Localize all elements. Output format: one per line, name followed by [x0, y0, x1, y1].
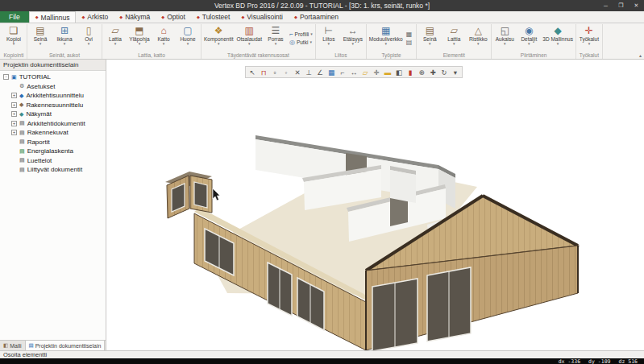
axis-tool-icon[interactable]: ✛ [371, 67, 382, 77]
ribbon-group-liitos: ⊢ Liitos ▾ ↔ Etäisyys ▾ Liitos [316, 24, 367, 59]
tree-item[interactable]: ▤ Energialaskenta [0, 147, 106, 156]
tree-item[interactable]: + ◆ Arkkitehtisuunnittelu [0, 91, 106, 101]
ribbon-button[interactable]: ▤ Seinä ▾ [418, 24, 442, 52]
tree-expander[interactable]: - [3, 74, 9, 80]
tree-item[interactable]: ▤ Liittyvät dokumentit [0, 165, 106, 175]
ribbon-button[interactable]: ◱ Aukaisu ▾ [492, 24, 517, 52]
ribbon-tab[interactable]: ◆ Portaaminen [289, 11, 344, 23]
sidebar-tab[interactable]: ▤ Projektin dokumenttiselain [26, 341, 106, 350]
ribbon-button[interactable]: △ Ristikko ▾ [466, 24, 490, 52]
midpoint-snap-icon[interactable]: ◦ [280, 67, 292, 77]
ribbon-button[interactable]: ▦ Moduuliverkko ▾ [368, 24, 405, 52]
ribbon-button[interactable]: ▤ Seinä ▾ [28, 24, 52, 52]
tree-item[interactable]: ▤ Raportit [0, 138, 106, 147]
ribbon-tab[interactable]: ◆ Mallinnus [29, 11, 77, 23]
ribbon-button[interactable]: ▥ Otsalaudat ▾ [235, 24, 264, 52]
intersection-snap-icon[interactable]: ✕ [292, 67, 303, 77]
chevron-down-icon: ▾ [588, 42, 591, 46]
angle-snap-icon[interactable]: ∠ [314, 67, 326, 77]
ortho-toggle-icon[interactable]: ⌐ [337, 67, 348, 77]
tree-item-label: Raportit [27, 139, 50, 146]
tree-item-label: TUTORIAL [19, 73, 51, 81]
chevron-down-icon: ▾ [477, 42, 480, 46]
endpoint-snap-icon[interactable]: ▫ [269, 67, 280, 77]
chevron-down-icon: ▾ [328, 42, 330, 46]
model-canvas[interactable]: ↖⊓▫◦✕⊥∠▦⌐↔▱✛▬◧▮⊕✚↻▾ [106, 60, 644, 350]
ribbon-tab[interactable]: ◆ Optiot [156, 11, 191, 23]
ribbon-small-button[interactable]: ⌐ Profiili ▾ [288, 31, 314, 38]
tree-expander[interactable] [11, 158, 17, 163]
rotate-view-icon[interactable]: ↻ [438, 67, 450, 77]
tree-expander[interactable] [11, 167, 17, 172]
tab-marker-icon: ◆ [35, 15, 39, 19]
chevron-down-icon: ▾ [557, 42, 559, 46]
tab-label: Tulosteet [202, 13, 231, 21]
ribbon-small-button[interactable]: ▦ [405, 31, 416, 38]
ribbon-tab[interactable]: ◆ Visualisointi [235, 11, 289, 23]
tab-marker-icon: ◆ [119, 15, 123, 19]
view-options-icon[interactable]: ▾ [450, 67, 461, 77]
work-plane-icon[interactable]: ▱ [359, 67, 371, 77]
ribbon-button[interactable]: ◉ Detaljit ▾ [517, 24, 541, 52]
tree-expander[interactable]: + [11, 111, 17, 117]
ribbon-button[interactable]: ◆ 3D Mallinnus ▾ [541, 24, 575, 52]
ribbon-button[interactable]: ❖ Komponentit ▾ [202, 24, 235, 52]
tab-label: Arkisto [87, 13, 108, 21]
measure-tool-icon[interactable]: ↔ [348, 67, 359, 77]
tree-item[interactable]: + ▤ Arkkitehtidokumentit [0, 119, 106, 129]
pan-tool-icon[interactable]: ✚ [427, 67, 438, 77]
marker-tool-icon[interactable]: ▮ [405, 67, 416, 77]
sidebar-tab-icon: ◧ [3, 342, 8, 349]
tree-expander[interactable]: + [11, 102, 17, 108]
building-model[interactable] [165, 135, 578, 350]
tree-expander[interactable] [11, 148, 17, 154]
tree-expander[interactable] [11, 84, 17, 89]
level-tool-icon[interactable]: ▬ [382, 67, 393, 77]
tree-expander[interactable] [11, 139, 17, 145]
perpendicular-snap-icon[interactable]: ⊥ [303, 67, 314, 77]
sidebar-tab[interactable]: ◧ Malli [0, 341, 26, 350]
ribbon-button-icon: ▤ [426, 25, 434, 36]
tree-item-label: Arkkitehtisuunnittelu [26, 92, 84, 99]
ribbon-button[interactable]: ▯ Ovi ▾ [77, 24, 101, 52]
ribbon-small-button[interactable]: ▤ [405, 39, 416, 46]
tree-expander[interactable]: + [11, 121, 17, 126]
object-snap-icon[interactable]: ◧ [393, 67, 405, 77]
ribbon-button[interactable]: ▱ Lattia ▾ [442, 24, 466, 52]
close-button[interactable]: ✕ [629, 0, 644, 11]
magnet-snap-icon[interactable]: ⊓ [258, 67, 269, 77]
ribbon-button[interactable]: ☰ Porras ▾ [264, 24, 288, 52]
tree-item[interactable]: + ▤ Rakennekuvat [0, 128, 106, 138]
ribbon-tab[interactable]: ◆ Arkisto [76, 11, 114, 23]
ribbon-button[interactable]: ⌂ Katto ▾ [152, 24, 176, 52]
tree-item[interactable]: ▤ Luettelot [0, 156, 106, 166]
tree-expander[interactable]: + [11, 93, 17, 98]
maximize-button[interactable]: ❐ [613, 0, 629, 11]
zoom-tool-icon[interactable]: ⊕ [416, 67, 427, 77]
ribbon-button[interactable]: ✛ Työkalut ▾ [577, 24, 601, 52]
tree-item[interactable]: - ▣ TUTORIAL [0, 72, 106, 82]
ribbon-button[interactable]: ⊢ Liitos ▾ [317, 24, 341, 52]
ribbon-button[interactable]: ❏ Kopioi ▾ [2, 24, 26, 52]
ribbon-collapse-button[interactable]: ▴ [639, 52, 642, 58]
ribbon-button[interactable]: ↔ Etäisyys ▾ [341, 24, 365, 52]
ribbon-button[interactable]: ⊞ Ikkuna ▾ [52, 24, 77, 52]
minimize-button[interactable]: ─ [598, 0, 613, 11]
tree-item[interactable]: ⚙ Asetukset [0, 82, 106, 92]
tree-item[interactable]: + ◆ Rakennesuunnittelu [0, 101, 106, 110]
grid-snap-icon[interactable]: ▦ [326, 67, 337, 77]
ribbon-button[interactable]: ▱ Lattia ▾ [103, 24, 127, 52]
tree-item-icon: ◆ [19, 101, 23, 108]
tree-expander[interactable]: + [11, 130, 17, 135]
tree-item[interactable]: + ◆ Näkymät [0, 110, 106, 119]
ribbon-button-icon: ❏ [10, 25, 19, 36]
ribbon-small-button[interactable]: ◎ Putki ▾ [288, 39, 314, 46]
file-tab[interactable]: File [0, 11, 29, 23]
ribbon-button[interactable]: ⬒ Yläpohja ▾ [127, 24, 152, 52]
ribbon-tab[interactable]: ◆ Tulosteet [191, 11, 236, 23]
ribbon-tab[interactable]: ◆ Näkymä [114, 11, 156, 23]
chevron-down-icon: ▾ [248, 42, 251, 46]
ribbon-button[interactable]: ▢ Huone ▾ [176, 24, 200, 52]
ribbon-button-icon: ▢ [183, 25, 192, 36]
select-tool-icon[interactable]: ↖ [247, 67, 258, 77]
